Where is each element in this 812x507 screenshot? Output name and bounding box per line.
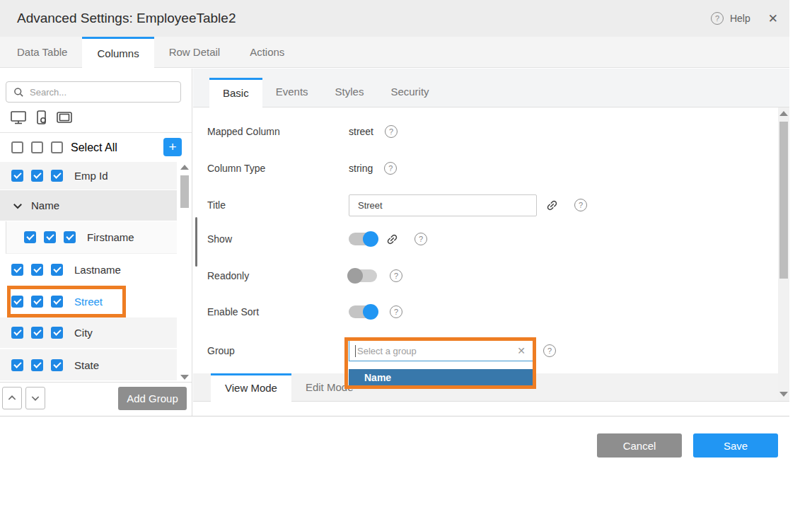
mobile-icon[interactable] — [35, 110, 47, 125]
column-label: State — [74, 359, 99, 371]
column-label: Lastname — [74, 264, 121, 276]
field-label: Group — [193, 345, 349, 356]
select-all-checkbox-mobile[interactable] — [31, 141, 43, 153]
field-show: Show ? — [193, 228, 427, 250]
tab-columns[interactable]: Columns — [82, 37, 153, 68]
checkbox-mobile[interactable] — [31, 327, 43, 339]
select-all-label: Select All — [71, 141, 117, 154]
column-row-state[interactable]: State — [0, 349, 177, 380]
scrollbar-thumb[interactable] — [180, 175, 189, 208]
help-button[interactable]: Help — [730, 13, 750, 24]
toggle-knob — [363, 304, 378, 320]
columns-sidebar: Select All + Emp Id Name — [0, 69, 192, 416]
checkbox-desktop[interactable] — [11, 170, 23, 182]
scroll-up-arrow[interactable] — [779, 111, 788, 116]
scroll-down-arrow[interactable] — [180, 375, 189, 380]
checkbox-desktop[interactable] — [24, 231, 36, 243]
tab-row-detail[interactable]: Row Detail — [154, 37, 236, 68]
chevron-down-icon[interactable] — [11, 199, 24, 212]
help-icon[interactable]: ? — [574, 199, 587, 211]
save-button[interactable]: Save — [693, 433, 778, 458]
column-group-name[interactable]: Name — [0, 190, 177, 221]
toggle-knob — [347, 268, 363, 284]
select-all-checkbox-desktop[interactable] — [11, 141, 23, 153]
checkbox-tablet[interactable] — [51, 359, 63, 371]
tab-view-mode[interactable]: View Mode — [211, 373, 291, 402]
panel-scrollbar[interactable] — [778, 107, 789, 400]
select-all-row: Select All + — [0, 133, 192, 162]
scroll-down-arrow[interactable] — [779, 392, 788, 397]
checkbox-tablet[interactable] — [64, 231, 76, 243]
field-label: Title — [193, 199, 349, 211]
search-box[interactable] — [6, 81, 181, 103]
move-down-button[interactable] — [25, 387, 45, 409]
link-icon[interactable] — [385, 233, 399, 246]
column-row-street[interactable]: Street — [0, 286, 177, 317]
settings-tab-bar: Basic Events Styles Security — [193, 69, 789, 107]
tab-security[interactable]: Security — [377, 77, 442, 107]
field-label: Mapped Column — [193, 126, 349, 137]
help-icon[interactable]: ? — [390, 269, 402, 282]
help-icon[interactable]: ? — [384, 162, 397, 175]
dialog-header: Advanced Settings: EmployeeTable2 ? Help… — [0, 0, 789, 37]
close-icon[interactable]: ✕ — [768, 11, 778, 26]
tab-data-table[interactable]: Data Table — [2, 37, 82, 68]
advanced-settings-dialog: Advanced Settings: EmployeeTable2 ? Help… — [0, 0, 789, 416]
column-label: City — [74, 327, 93, 339]
help-icon[interactable]: ? — [711, 12, 724, 25]
checkbox-tablet[interactable] — [51, 296, 63, 308]
tab-events[interactable]: Events — [262, 77, 322, 107]
help-icon[interactable]: ? — [385, 125, 398, 138]
column-settings-panel: Basic Events Styles Security Mapped Colu… — [193, 69, 789, 416]
help-icon[interactable]: ? — [390, 305, 402, 318]
checkbox-tablet[interactable] — [51, 327, 63, 339]
tab-actions[interactable]: Actions — [235, 37, 299, 68]
group-option-name[interactable]: Name — [349, 369, 533, 386]
checkbox-mobile[interactable] — [44, 231, 56, 243]
clear-icon[interactable]: ✕ — [517, 345, 526, 356]
scroll-up-arrow[interactable] — [180, 165, 189, 170]
checkbox-desktop[interactable] — [11, 264, 23, 276]
scrollbar-thumb[interactable] — [779, 122, 788, 279]
tab-styles[interactable]: Styles — [322, 77, 378, 107]
cancel-button[interactable]: Cancel — [597, 433, 682, 458]
column-row-city[interactable]: City — [0, 317, 177, 349]
checkbox-mobile[interactable] — [31, 359, 43, 371]
checkbox-desktop[interactable] — [11, 296, 23, 308]
checkbox-mobile[interactable] — [31, 296, 43, 308]
column-row-emp-id[interactable]: Emp Id — [0, 162, 177, 190]
column-label: Firstname — [87, 231, 134, 243]
tablet-icon[interactable] — [56, 110, 73, 124]
link-icon[interactable] — [545, 199, 559, 212]
checkbox-desktop[interactable] — [11, 327, 23, 339]
field-readonly: Readonly ? — [193, 264, 402, 287]
column-row-lastname[interactable]: Lastname — [0, 254, 177, 286]
help-icon[interactable]: ? — [543, 344, 556, 357]
add-column-button[interactable]: + — [163, 138, 182, 156]
help-icon[interactable]: ? — [414, 233, 427, 245]
checkbox-tablet[interactable] — [51, 170, 63, 182]
panel-drag-handle[interactable] — [195, 217, 197, 267]
column-label: Street — [74, 296, 103, 308]
search-input[interactable] — [30, 87, 157, 98]
group-placeholder: Select a group — [357, 346, 417, 356]
column-row-firstname[interactable]: Firstname — [6, 221, 177, 254]
checkbox-desktop[interactable] — [11, 359, 23, 371]
sidebar-scrollbar[interactable] — [179, 163, 190, 380]
checkbox-mobile[interactable] — [31, 170, 43, 182]
enable-sort-toggle[interactable] — [349, 305, 377, 318]
checkbox-tablet[interactable] — [51, 264, 63, 276]
checkbox-mobile[interactable] — [31, 264, 43, 276]
group-select-input[interactable]: Select a group ✕ — [349, 340, 533, 361]
field-label: Enable Sort — [193, 306, 349, 317]
add-group-button[interactable]: Add Group — [118, 387, 187, 410]
desktop-icon[interactable] — [10, 110, 27, 125]
select-all-checkbox-tablet[interactable] — [51, 141, 63, 153]
title-input[interactable] — [349, 194, 537, 216]
readonly-toggle[interactable] — [349, 269, 377, 282]
move-up-button[interactable] — [2, 387, 22, 409]
column-type-value: string — [349, 163, 373, 174]
show-toggle[interactable] — [349, 233, 377, 245]
tab-basic[interactable]: Basic — [209, 78, 262, 107]
text-caret — [355, 345, 356, 357]
